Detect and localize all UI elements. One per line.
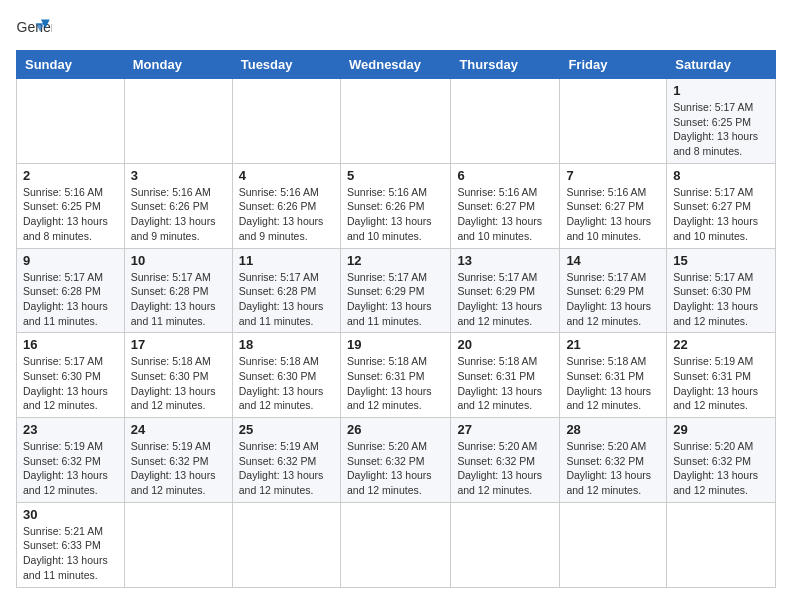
calendar-cell [340,79,450,164]
day-info: Sunrise: 5:17 AM Sunset: 6:28 PM Dayligh… [23,270,118,329]
day-number: 11 [239,253,334,268]
day-info: Sunrise: 5:20 AM Sunset: 6:32 PM Dayligh… [457,439,553,498]
day-info: Sunrise: 5:17 AM Sunset: 6:30 PM Dayligh… [673,270,769,329]
calendar-cell: 10Sunrise: 5:17 AM Sunset: 6:28 PM Dayli… [124,248,232,333]
day-number: 7 [566,168,660,183]
calendar-cell [667,502,776,587]
day-number: 16 [23,337,118,352]
calendar-cell [560,79,667,164]
calendar-cell: 27Sunrise: 5:20 AM Sunset: 6:32 PM Dayli… [451,418,560,503]
day-info: Sunrise: 5:17 AM Sunset: 6:29 PM Dayligh… [566,270,660,329]
day-info: Sunrise: 5:16 AM Sunset: 6:25 PM Dayligh… [23,185,118,244]
calendar-cell: 20Sunrise: 5:18 AM Sunset: 6:31 PM Dayli… [451,333,560,418]
weekday-header-friday: Friday [560,51,667,79]
calendar-cell: 11Sunrise: 5:17 AM Sunset: 6:28 PM Dayli… [232,248,340,333]
day-info: Sunrise: 5:20 AM Sunset: 6:32 PM Dayligh… [347,439,444,498]
calendar-cell [232,79,340,164]
day-info: Sunrise: 5:20 AM Sunset: 6:32 PM Dayligh… [566,439,660,498]
day-number: 4 [239,168,334,183]
day-info: Sunrise: 5:18 AM Sunset: 6:30 PM Dayligh… [131,354,226,413]
calendar-cell: 18Sunrise: 5:18 AM Sunset: 6:30 PM Dayli… [232,333,340,418]
page-header: General [16,16,776,44]
day-info: Sunrise: 5:19 AM Sunset: 6:32 PM Dayligh… [131,439,226,498]
calendar-week-1: 2Sunrise: 5:16 AM Sunset: 6:25 PM Daylig… [17,163,776,248]
day-info: Sunrise: 5:21 AM Sunset: 6:33 PM Dayligh… [23,524,118,583]
calendar-cell: 19Sunrise: 5:18 AM Sunset: 6:31 PM Dayli… [340,333,450,418]
calendar-cell: 1Sunrise: 5:17 AM Sunset: 6:25 PM Daylig… [667,79,776,164]
day-info: Sunrise: 5:19 AM Sunset: 6:31 PM Dayligh… [673,354,769,413]
day-info: Sunrise: 5:18 AM Sunset: 6:31 PM Dayligh… [347,354,444,413]
calendar-cell: 4Sunrise: 5:16 AM Sunset: 6:26 PM Daylig… [232,163,340,248]
day-info: Sunrise: 5:17 AM Sunset: 6:29 PM Dayligh… [457,270,553,329]
day-number: 17 [131,337,226,352]
day-info: Sunrise: 5:18 AM Sunset: 6:30 PM Dayligh… [239,354,334,413]
day-info: Sunrise: 5:17 AM Sunset: 6:29 PM Dayligh… [347,270,444,329]
day-number: 14 [566,253,660,268]
calendar-cell [17,79,125,164]
calendar-cell: 25Sunrise: 5:19 AM Sunset: 6:32 PM Dayli… [232,418,340,503]
day-number: 2 [23,168,118,183]
day-number: 13 [457,253,553,268]
day-info: Sunrise: 5:20 AM Sunset: 6:32 PM Dayligh… [673,439,769,498]
day-number: 27 [457,422,553,437]
calendar-cell: 22Sunrise: 5:19 AM Sunset: 6:31 PM Dayli… [667,333,776,418]
day-info: Sunrise: 5:16 AM Sunset: 6:26 PM Dayligh… [131,185,226,244]
weekday-header-thursday: Thursday [451,51,560,79]
logo-icon: General [16,16,52,44]
day-info: Sunrise: 5:17 AM Sunset: 6:28 PM Dayligh… [239,270,334,329]
day-number: 21 [566,337,660,352]
calendar-cell: 24Sunrise: 5:19 AM Sunset: 6:32 PM Dayli… [124,418,232,503]
day-info: Sunrise: 5:16 AM Sunset: 6:27 PM Dayligh… [566,185,660,244]
calendar-cell: 21Sunrise: 5:18 AM Sunset: 6:31 PM Dayli… [560,333,667,418]
calendar-cell: 30Sunrise: 5:21 AM Sunset: 6:33 PM Dayli… [17,502,125,587]
calendar-week-5: 30Sunrise: 5:21 AM Sunset: 6:33 PM Dayli… [17,502,776,587]
calendar-cell: 7Sunrise: 5:16 AM Sunset: 6:27 PM Daylig… [560,163,667,248]
calendar-cell: 5Sunrise: 5:16 AM Sunset: 6:26 PM Daylig… [340,163,450,248]
day-number: 3 [131,168,226,183]
day-number: 26 [347,422,444,437]
day-info: Sunrise: 5:17 AM Sunset: 6:27 PM Dayligh… [673,185,769,244]
logo: General [16,16,56,44]
calendar-cell: 8Sunrise: 5:17 AM Sunset: 6:27 PM Daylig… [667,163,776,248]
day-info: Sunrise: 5:16 AM Sunset: 6:27 PM Dayligh… [457,185,553,244]
day-number: 9 [23,253,118,268]
calendar-header-row: SundayMondayTuesdayWednesdayThursdayFrid… [17,51,776,79]
weekday-header-monday: Monday [124,51,232,79]
day-number: 29 [673,422,769,437]
calendar-cell [451,79,560,164]
day-number: 10 [131,253,226,268]
day-number: 1 [673,83,769,98]
calendar-cell: 13Sunrise: 5:17 AM Sunset: 6:29 PM Dayli… [451,248,560,333]
calendar-week-0: 1Sunrise: 5:17 AM Sunset: 6:25 PM Daylig… [17,79,776,164]
calendar-cell [232,502,340,587]
calendar-cell: 3Sunrise: 5:16 AM Sunset: 6:26 PM Daylig… [124,163,232,248]
day-number: 24 [131,422,226,437]
calendar-cell: 15Sunrise: 5:17 AM Sunset: 6:30 PM Dayli… [667,248,776,333]
day-info: Sunrise: 5:17 AM Sunset: 6:30 PM Dayligh… [23,354,118,413]
calendar-cell: 12Sunrise: 5:17 AM Sunset: 6:29 PM Dayli… [340,248,450,333]
calendar-week-3: 16Sunrise: 5:17 AM Sunset: 6:30 PM Dayli… [17,333,776,418]
day-number: 6 [457,168,553,183]
calendar-cell: 9Sunrise: 5:17 AM Sunset: 6:28 PM Daylig… [17,248,125,333]
calendar-week-2: 9Sunrise: 5:17 AM Sunset: 6:28 PM Daylig… [17,248,776,333]
calendar-cell: 2Sunrise: 5:16 AM Sunset: 6:25 PM Daylig… [17,163,125,248]
calendar-cell: 28Sunrise: 5:20 AM Sunset: 6:32 PM Dayli… [560,418,667,503]
calendar-cell [560,502,667,587]
calendar-cell: 14Sunrise: 5:17 AM Sunset: 6:29 PM Dayli… [560,248,667,333]
day-info: Sunrise: 5:19 AM Sunset: 6:32 PM Dayligh… [239,439,334,498]
calendar-cell [451,502,560,587]
weekday-header-tuesday: Tuesday [232,51,340,79]
day-number: 28 [566,422,660,437]
day-number: 18 [239,337,334,352]
day-number: 19 [347,337,444,352]
calendar-cell: 16Sunrise: 5:17 AM Sunset: 6:30 PM Dayli… [17,333,125,418]
day-number: 8 [673,168,769,183]
calendar-cell [340,502,450,587]
day-info: Sunrise: 5:18 AM Sunset: 6:31 PM Dayligh… [457,354,553,413]
calendar-cell [124,79,232,164]
day-number: 25 [239,422,334,437]
calendar-cell: 23Sunrise: 5:19 AM Sunset: 6:32 PM Dayli… [17,418,125,503]
day-number: 30 [23,507,118,522]
day-number: 12 [347,253,444,268]
weekday-header-sunday: Sunday [17,51,125,79]
